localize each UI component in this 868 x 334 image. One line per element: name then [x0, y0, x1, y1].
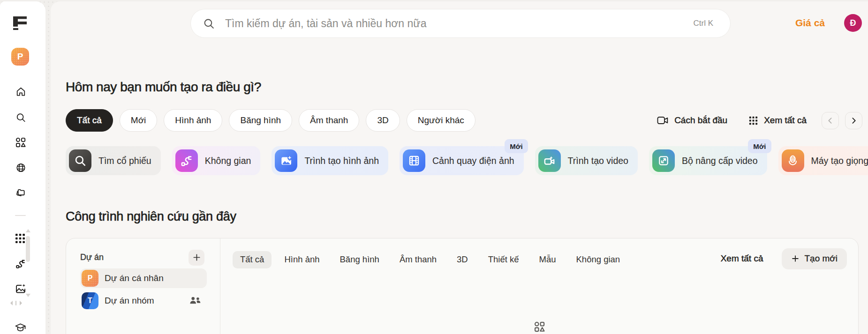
sidebar-scroll-down-icon[interactable]: [26, 294, 30, 297]
project-item-personal[interactable]: P Dự án cá nhân: [80, 268, 207, 288]
tool-card-label: Cảnh quay điện ảnh: [432, 156, 514, 166]
view-all-tools-button[interactable]: Xem tất cả: [749, 115, 807, 126]
sidebar: P: [0, 1, 45, 334]
create-new-label: Tạo mới: [804, 253, 838, 264]
spaces-icon: [175, 149, 198, 172]
sidebar-globe-icon[interactable]: [15, 163, 26, 173]
sidebar-elements-icon[interactable]: [15, 137, 26, 148]
tool-card-video-generator[interactable]: Trình tạo video: [535, 146, 638, 175]
sidebar-image-ai-icon[interactable]: [15, 283, 26, 294]
tool-card-label: Không gian: [205, 156, 251, 166]
recent-main-area: Tất cả Hình ảnh Băng hình Âm thanh 3D Th…: [220, 238, 858, 334]
sidebar-scroll-up-icon[interactable]: [26, 229, 30, 232]
recent-work-card: Dự án P Dự án cá nhân T Dự án nhóm: [66, 238, 859, 334]
user-avatar[interactable]: Đ: [844, 14, 862, 32]
tool-card-cinematic-footage[interactable]: Mới Cảnh quay điện ảnh: [400, 146, 524, 175]
recent-view-all-link[interactable]: Xem tất cả: [721, 253, 763, 264]
project-item-team[interactable]: T Dự án nhóm: [80, 291, 207, 311]
sidebar-academy-icon[interactable]: [15, 322, 26, 334]
new-badge: Mới: [748, 139, 771, 153]
tools-carousel: Tìm cổ phiếu Không gian: [66, 139, 868, 177]
recent-tabs-actions: Xem tất cả Tạo mới: [721, 248, 847, 269]
create-new-button[interactable]: Tạo mới: [782, 248, 847, 269]
recent-tab-spaces[interactable]: Không gian: [569, 251, 628, 268]
sidebar-divider: [15, 215, 26, 216]
tool-card-video-upscaler[interactable]: Mới Bộ nâng cấp video: [649, 146, 767, 175]
sidebar-project-badge[interactable]: P: [11, 48, 29, 66]
empty-state-shapes-icon: [534, 321, 545, 333]
shared-users-icon: [189, 297, 201, 304]
sidebar-scrollbar[interactable]: [26, 236, 30, 262]
team-project-badge: T: [82, 292, 98, 309]
new-badge: Mới: [505, 139, 528, 153]
sidebar-projects-icon[interactable]: [15, 187, 26, 198]
filter-pill-video[interactable]: Băng hình: [229, 109, 292, 132]
recent-tab-video[interactable]: Băng hình: [332, 251, 387, 268]
hero-title: Hôm nay bạn muốn tạo ra điều gì?: [66, 80, 261, 95]
project-item-label: Dự án nhóm: [105, 296, 154, 306]
hero-filter-pills: Tất cả Mới Hình ảnh Băng hình Âm thanh 3…: [66, 109, 476, 132]
video-generator-icon: [538, 149, 561, 172]
filter-pill-others[interactable]: Người khác: [407, 109, 476, 132]
recent-tab-all[interactable]: Tất cả: [233, 251, 272, 268]
sidebar-home-icon[interactable]: [15, 87, 26, 97]
tool-card-label: Máy tạo giọng nói: [811, 156, 868, 166]
add-project-button[interactable]: [189, 250, 204, 266]
tool-card-label: Tìm cổ phiếu: [98, 156, 151, 166]
recent-tabs: Tất cả Hình ảnh Băng hình Âm thanh 3D Th…: [233, 251, 627, 268]
pricing-link[interactable]: Giá cả: [795, 17, 825, 29]
filter-pill-images[interactable]: Hình ảnh: [164, 109, 222, 132]
filter-pill-3d[interactable]: 3D: [366, 109, 400, 132]
hero-row-actions: Cách bắt đầu Xem tất cả: [657, 112, 862, 129]
filter-pill-audio[interactable]: Âm thanh: [299, 109, 359, 132]
sidebar-collapse-handle-icon[interactable]: [10, 300, 23, 306]
sidebar-search-icon[interactable]: [15, 112, 26, 123]
grid-icon: [749, 116, 758, 125]
freepik-logo-icon[interactable]: [13, 16, 27, 30]
tool-card-stock-search[interactable]: Tìm cổ phiếu: [66, 146, 161, 175]
projects-panel-title: Dự án: [80, 252, 104, 262]
main-content: Ctrl K Giá cả Đ Hôm nay bạn muốn tạo ra …: [51, 1, 868, 334]
tool-card-voice-generator[interactable]: Máy tạo giọng nói: [778, 146, 868, 175]
sidebar-apps-grid-icon[interactable]: [15, 233, 25, 244]
film-frame-icon: [403, 149, 425, 172]
video-upscaler-icon: [652, 149, 675, 172]
recent-tab-audio[interactable]: Âm thanh: [392, 251, 444, 268]
getting-started-label: Cách bắt đầu: [674, 115, 727, 126]
image-generator-icon: [275, 149, 297, 172]
project-item-label: Dự án cá nhân: [105, 273, 164, 283]
carousel-prev-button[interactable]: [822, 112, 839, 129]
tool-card-image-generator[interactable]: Trình tạo hình ảnh: [272, 146, 388, 175]
recent-tab-images[interactable]: Hình ảnh: [277, 251, 327, 268]
filter-pill-new[interactable]: Mới: [120, 109, 158, 132]
search-icon: [203, 18, 215, 30]
search-shortcut-hint: Ctrl K: [694, 19, 714, 28]
tool-card-label: Trình tạo video: [568, 156, 628, 166]
hero-filter-row: Tất cả Mới Hình ảnh Băng hình Âm thanh 3…: [66, 109, 862, 132]
stock-search-icon: [69, 149, 91, 172]
projects-panel-header: Dự án: [80, 250, 204, 266]
empty-state: [220, 321, 858, 333]
project-list: P Dự án cá nhân T Dự án nhóm: [80, 268, 204, 311]
tool-card-label: Bộ nâng cấp video: [682, 156, 758, 166]
recent-section-title: Công trình nghiên cứu gần đây: [66, 209, 236, 224]
video-camera-icon: [657, 116, 668, 125]
recent-tab-3d[interactable]: 3D: [449, 251, 476, 268]
voice-generator-icon: [782, 149, 804, 172]
carousel-next-button[interactable]: [845, 112, 862, 129]
filter-pill-all[interactable]: Tất cả: [66, 109, 113, 132]
global-search-bar[interactable]: Ctrl K: [190, 9, 731, 38]
tool-card-spaces[interactable]: Không gian: [172, 146, 261, 175]
recent-tab-templates[interactable]: Mẫu: [532, 251, 564, 268]
view-all-tools-label: Xem tất cả: [764, 115, 807, 126]
projects-panel: Dự án P Dự án cá nhân T Dự án nhóm: [66, 238, 220, 334]
recent-tab-design[interactable]: Thiết kế: [481, 251, 527, 268]
sidebar-spaces-icon[interactable]: [15, 259, 26, 269]
personal-project-badge: P: [82, 270, 98, 287]
tool-card-label: Trình tạo hình ảnh: [304, 156, 379, 166]
getting-started-button[interactable]: Cách bắt đầu: [657, 115, 727, 126]
search-input[interactable]: [225, 17, 694, 30]
